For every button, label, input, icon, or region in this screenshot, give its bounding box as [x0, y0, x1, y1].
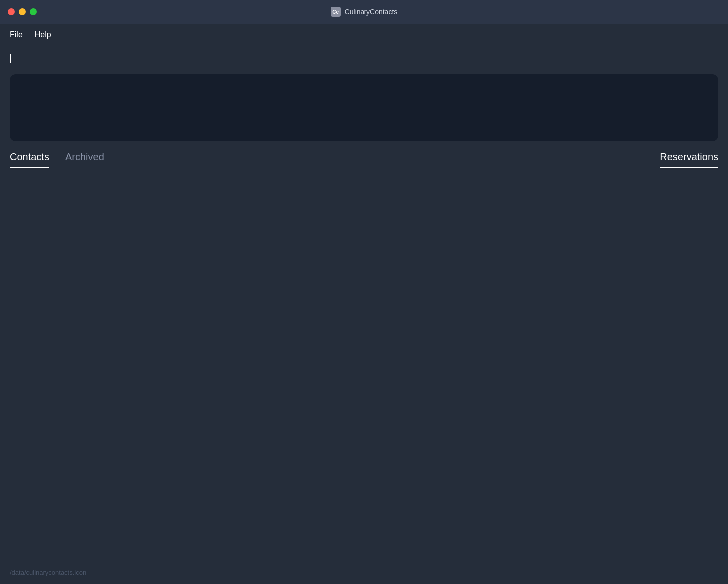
tab-contacts[interactable]: Contacts	[10, 151, 49, 168]
close-button[interactable]	[8, 8, 15, 15]
app-icon: Cc	[331, 7, 341, 17]
tabs-right: Reservations	[660, 151, 718, 168]
minimize-button[interactable]	[19, 8, 26, 15]
app-title-text: CulinaryContacts	[345, 8, 398, 16]
tabs-container: Contacts Archived Reservations	[0, 151, 728, 168]
menu-bar: File Help	[0, 24, 728, 46]
app-title: Cc CulinaryContacts	[331, 7, 398, 17]
dark-card	[10, 74, 718, 141]
tab-reservations[interactable]: Reservations	[660, 151, 718, 168]
menu-file[interactable]: File	[10, 30, 23, 39]
menu-help[interactable]: Help	[35, 30, 51, 39]
search-input[interactable]	[11, 52, 718, 65]
main-content	[0, 168, 728, 552]
traffic-lights	[8, 8, 37, 15]
tabs-left: Contacts Archived	[10, 151, 104, 168]
tab-archived[interactable]: Archived	[65, 151, 104, 168]
footer-path: /data/culinarycontacts.icon	[10, 569, 86, 576]
maximize-button[interactable]	[30, 8, 37, 15]
search-area	[0, 46, 728, 68]
title-bar: Cc CulinaryContacts	[0, 0, 728, 24]
